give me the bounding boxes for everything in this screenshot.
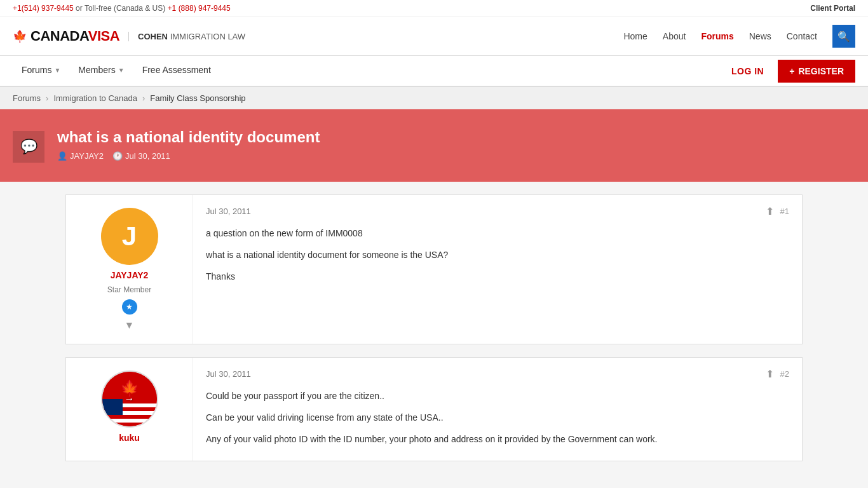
post-card-2: 🍁 → kuku Jul 30, 2011 ⬆ #2 Could be your… [65, 357, 803, 461]
breadcrumb-sep1: › [46, 93, 48, 103]
register-icon: + [789, 66, 794, 76]
thread-author-label: 👤 JAYJAY2 [57, 151, 104, 161]
post-body-1: Jul 30, 2011 ⬆ #1 a question on the new … [193, 195, 802, 344]
site-header: 🍁 CANADAVISA COHEN IMMIGRATION LAW Home … [0, 17, 868, 56]
cohen-law-text: COHEN IMMIGRATION LAW [128, 32, 245, 41]
post-num-2: #2 [780, 369, 789, 379]
user-role-1: Star Member [107, 285, 151, 294]
post-card: J JAYJAY2 Star Member ★ ▼ Jul 30, 2011 ⬆… [65, 194, 803, 344]
phone-info: +1(514) 937-9445 or Toll-free (Canada & … [13, 4, 231, 13]
client-portal-link[interactable]: Client Portal [810, 4, 855, 13]
nav-contact[interactable]: Contact [787, 31, 817, 41]
username-2[interactable]: kuku [119, 433, 140, 443]
breadcrumb-current: Family Class Sponsorship [150, 93, 245, 103]
thread-banner: 💬 what is a national identity document 👤… [0, 109, 868, 182]
register-button[interactable]: + REGISTER [778, 60, 855, 83]
top-bar: +1(514) 937-9445 or Toll-free (Canada & … [0, 0, 868, 17]
post-actions-2: ⬆ #2 [766, 368, 789, 380]
post-date-2: Jul 30, 2011 [206, 369, 251, 379]
members-dropdown-arrow: ▼ [118, 67, 125, 74]
logo-area: 🍁 CANADAVISA COHEN IMMIGRATION LAW [13, 28, 245, 44]
share-button-1[interactable]: ⬆ [766, 205, 774, 217]
breadcrumb-immigration[interactable]: Immigration to Canada [53, 93, 137, 103]
avatar-2: 🍁 → [101, 370, 158, 428]
post-actions-1: ⬆ #1 [766, 205, 789, 217]
clock-icon: 🕐 [112, 151, 123, 161]
thread-title: what is a national identity document [57, 128, 320, 146]
thread-icon: 💬 [13, 131, 44, 163]
sub-nav-right: LOG IN + REGISTER [724, 60, 855, 83]
post-author-1: J JAYJAY2 Star Member ★ ▼ [66, 195, 193, 344]
breadcrumb-forums[interactable]: Forums [13, 93, 41, 103]
post-body-2: Jul 30, 2011 ⬆ #2 Could be your passport… [193, 358, 802, 461]
post-author-2: 🍁 → kuku [66, 358, 193, 461]
thread-meta: 👤 JAYJAY2 🕐 Jul 30, 2011 [57, 151, 320, 161]
nav-home[interactable]: Home [623, 31, 647, 41]
avatar-1: J [101, 208, 158, 265]
phone2-link[interactable]: +1 (888) 947-9445 [168, 4, 231, 13]
nav-forums[interactable]: Forums [701, 31, 733, 41]
username-1[interactable]: JAYJAY2 [111, 270, 149, 280]
phone1-link[interactable]: +1(514) 937-9445 [13, 4, 74, 13]
login-button[interactable]: LOG IN [724, 61, 771, 81]
thread-header-info: what is a national identity document 👤 J… [57, 128, 320, 161]
main-nav: Home About Forums News Contact 🔍 [623, 25, 855, 48]
breadcrumb: Forums › Immigration to Canada › Family … [0, 87, 868, 109]
share-button-2[interactable]: ⬆ [766, 368, 774, 380]
post-header-1: Jul 30, 2011 ⬆ #1 [206, 205, 789, 217]
expand-author-1[interactable]: ▼ [125, 320, 135, 331]
phone-separator: or Toll-free (Canada & US) [76, 4, 168, 13]
forums-dropdown-arrow: ▼ [54, 67, 60, 74]
post-text-2: Could be your passport if you are the ci… [206, 389, 789, 447]
breadcrumb-sep2: › [142, 93, 145, 103]
author-icon: 👤 [57, 151, 67, 161]
subnav-forums[interactable]: Forums ▼ [13, 56, 69, 86]
sub-nav: Forums ▼ Members ▼ Free Assessment LOG I… [0, 56, 868, 87]
post-num-1: #1 [780, 207, 789, 216]
post-header-2: Jul 30, 2011 ⬆ #2 [206, 368, 789, 380]
search-button[interactable]: 🔍 [832, 25, 855, 48]
logo[interactable]: 🍁 CANADAVISA [13, 28, 119, 44]
logo-canada-text: CANADAVISA [31, 28, 119, 44]
thread-date-label: 🕐 Jul 30, 2011 [112, 151, 170, 161]
maple-leaf-icon: 🍁 [13, 29, 27, 43]
subnav-free-assessment[interactable]: Free Assessment [133, 56, 220, 86]
content-area: J JAYJAY2 Star Member ★ ▼ Jul 30, 2011 ⬆… [53, 182, 815, 487]
user-badge-1: ★ [122, 299, 137, 315]
nav-news[interactable]: News [749, 31, 771, 41]
subnav-members[interactable]: Members ▼ [69, 56, 133, 86]
post-date-1: Jul 30, 2011 [206, 207, 251, 216]
nav-about[interactable]: About [663, 31, 686, 41]
post-text-1: a question on the new form of IMM0008 wh… [206, 226, 789, 284]
sub-nav-left: Forums ▼ Members ▼ Free Assessment [13, 56, 220, 86]
thread-message-icon: 💬 [20, 139, 37, 155]
